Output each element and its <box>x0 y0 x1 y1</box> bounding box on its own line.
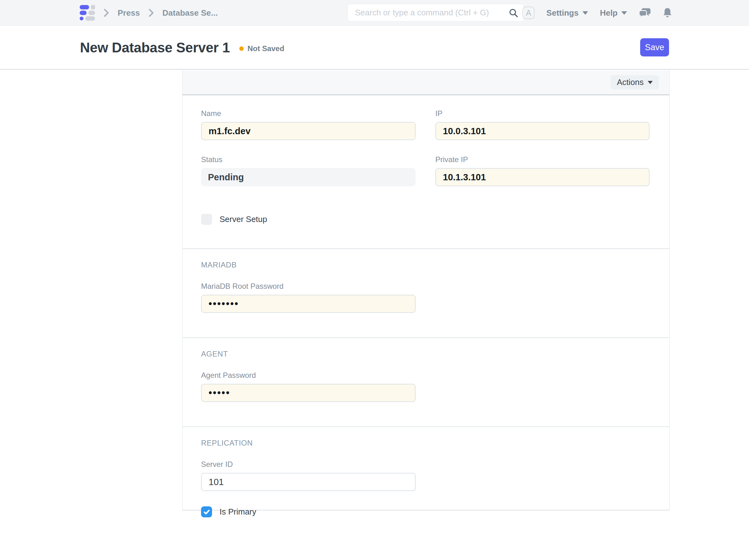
navbar-right: A Settings Help <box>522 0 672 26</box>
private-ip-input[interactable]: 10.1.3.101 <box>435 168 649 186</box>
section-agent: AGENT Agent Password ••••• <box>183 337 669 426</box>
settings-menu-label: Settings <box>547 8 579 18</box>
save-status-text: Not Saved <box>248 44 284 53</box>
page-title: New Database Server 1 <box>80 40 230 56</box>
field-server-id: Server ID 101 <box>201 460 649 491</box>
form-container: Actions Name m1.fc.dev IP 10.0.3.101 Sta… <box>182 70 670 511</box>
field-agent-password: Agent Password ••••• <box>201 371 649 402</box>
section-agent-heading: AGENT <box>201 350 649 358</box>
mariadb-root-password-label: MariaDB Root Password <box>201 282 649 290</box>
navbar: Press Database Se... A Settings Help <box>0 0 749 26</box>
name-input[interactable]: m1.fc.dev <box>201 122 415 140</box>
global-search <box>347 4 525 22</box>
is-primary-checkbox[interactable] <box>201 507 212 517</box>
logo-bar <box>80 17 83 20</box>
help-menu[interactable]: Help <box>600 8 627 18</box>
chevron-right-icon <box>148 8 154 17</box>
agent-password-input[interactable]: ••••• <box>201 384 415 402</box>
caret-down-icon <box>648 81 653 84</box>
logo-bar <box>80 10 87 15</box>
search-input[interactable] <box>347 4 509 21</box>
chevron-down-icon <box>621 11 627 15</box>
actions-button[interactable]: Actions <box>611 75 659 89</box>
server-id-input[interactable]: 101 <box>201 473 415 491</box>
navbar-left: Press Database Se... <box>80 0 218 26</box>
notifications-bell-icon[interactable] <box>663 7 672 18</box>
breadcrumb-database-server[interactable]: Database Se... <box>163 8 218 18</box>
mariadb-root-password-input[interactable]: ••••••• <box>201 295 415 313</box>
field-ip-label: IP <box>435 109 649 117</box>
page-header: New Database Server 1 Not Saved Save <box>0 26 749 70</box>
save-status-indicator: Not Saved <box>239 44 284 53</box>
field-mariadb-root-password: MariaDB Root Password ••••••• <box>201 282 649 313</box>
field-private-ip-label: Private IP <box>435 155 649 164</box>
field-server-setup: Server Setup <box>201 214 649 225</box>
section-replication-heading: REPLICATION <box>201 439 649 447</box>
logo-bar <box>80 5 89 9</box>
field-private-ip: Private IP 10.1.3.101 <box>435 155 649 201</box>
help-menu-label: Help <box>600 8 618 18</box>
is-primary-label[interactable]: Is Primary <box>219 507 256 517</box>
chat-icon[interactable] <box>639 8 651 18</box>
field-status: Status Pending <box>201 155 415 186</box>
search-icon[interactable] <box>509 8 518 18</box>
server-setup-checkbox[interactable] <box>201 214 212 225</box>
section-replication: REPLICATION Server ID 101 Is Primary <box>183 426 669 532</box>
orange-dot-icon <box>239 46 244 51</box>
chevron-down-icon <box>582 11 588 15</box>
section-mariadb-heading: MARIADB <box>201 261 649 269</box>
section-basic: Name m1.fc.dev IP 10.0.3.101 Status Pend… <box>183 95 669 248</box>
settings-menu[interactable]: Settings <box>547 8 588 18</box>
status-value: Pending <box>201 168 415 186</box>
app-logo[interactable] <box>80 5 95 21</box>
field-is-primary: Is Primary <box>201 507 649 517</box>
field-name: Name m1.fc.dev <box>201 109 415 140</box>
agent-password-label: Agent Password <box>201 371 649 380</box>
avatar[interactable]: A <box>522 6 534 19</box>
logo-bar <box>88 10 95 15</box>
field-status-label: Status <box>201 155 415 164</box>
chevron-right-icon <box>104 8 109 17</box>
server-id-label: Server ID <box>201 460 649 469</box>
save-button[interactable]: Save <box>640 38 669 57</box>
form-toolbar: Actions <box>183 70 669 95</box>
section-mariadb: MARIADB MariaDB Root Password ••••••• <box>183 248 669 337</box>
logo-bar <box>91 5 95 9</box>
logo-bar <box>85 16 95 21</box>
actions-button-label: Actions <box>617 78 644 87</box>
breadcrumb-press[interactable]: Press <box>117 8 140 18</box>
field-name-label: Name <box>201 109 415 117</box>
server-setup-label[interactable]: Server Setup <box>219 214 267 224</box>
field-ip: IP 10.0.3.101 <box>435 109 649 140</box>
ip-input[interactable]: 10.0.3.101 <box>435 122 649 140</box>
